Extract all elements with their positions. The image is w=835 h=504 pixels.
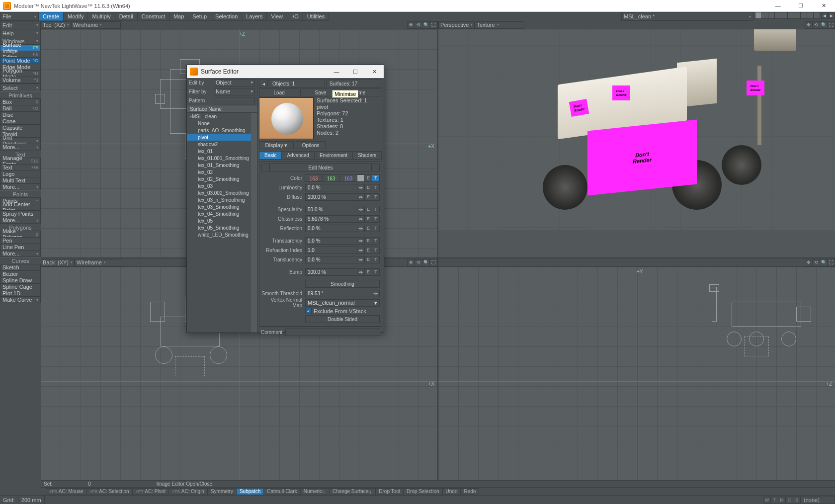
envelope-button[interactable]: E bbox=[364, 193, 372, 201]
mode-t[interactable]: T bbox=[770, 497, 778, 504]
viewport-perspective[interactable]: Perspective▾ Texture▾ ✥ ⟲ 🔍 ⛶ Don't Rend… bbox=[438, 21, 835, 257]
sidebar-item[interactable]: Ball+O bbox=[0, 105, 41, 112]
tree-item[interactable]: tex_01_Smoothing bbox=[187, 162, 251, 168]
image-editor-button[interactable]: Image EditorF6 bbox=[0, 51, 41, 58]
tab-layers[interactable]: Layers bbox=[242, 12, 267, 21]
tree-item[interactable]: tex_02_Smoothing bbox=[187, 175, 251, 182]
tree-item[interactable]: shadow2 bbox=[187, 141, 251, 148]
sidebar-item[interactable]: Text+W bbox=[0, 164, 41, 171]
texture-button[interactable]: T bbox=[372, 184, 380, 191]
texture-button[interactable]: T bbox=[372, 206, 380, 213]
move-icon[interactable]: ✥ bbox=[805, 259, 813, 266]
object-dropdown[interactable]: MSL_clean *▾ bbox=[621, 12, 753, 21]
texture-button[interactable]: T bbox=[372, 174, 380, 182]
sidebar-item[interactable]: Sketch bbox=[0, 264, 41, 271]
tree-item[interactable]: parts_AO_Smoothing bbox=[187, 127, 251, 134]
specularity-input[interactable]: 50.0 % bbox=[305, 206, 357, 213]
maximize-icon[interactable]: ⛶ bbox=[429, 21, 437, 29]
tab-utilities[interactable]: Utilities bbox=[303, 12, 329, 21]
smooth-threshold-input[interactable]: 89.53 ° bbox=[305, 290, 372, 297]
smoothing-button[interactable]: Smoothing bbox=[305, 280, 380, 288]
viewport-right[interactable]: ✥ ⟲ 🔍 ⛶ +Z +Y bbox=[438, 258, 835, 495]
sidebar-item[interactable]: Line Pen bbox=[0, 244, 41, 251]
close-button[interactable]: ✕ bbox=[812, 0, 835, 12]
color-input[interactable]: 163 163 163 bbox=[305, 174, 357, 182]
sidebar-item[interactable]: Pen bbox=[0, 237, 41, 244]
refraction-input[interactable]: 1.0 bbox=[305, 247, 357, 254]
color-swatch[interactable] bbox=[357, 174, 365, 182]
display-dropdown[interactable]: Display ▾ bbox=[259, 141, 294, 149]
spinner-icon[interactable]: ◂▸ bbox=[357, 225, 365, 232]
help-menu[interactable]: Help▾ bbox=[0, 29, 41, 37]
zoom-icon[interactable]: 🔍 bbox=[820, 21, 828, 29]
tab-environment[interactable]: Environment bbox=[314, 151, 353, 160]
double-sided-button[interactable]: Double Sided bbox=[305, 315, 380, 323]
polygon-mode-button[interactable]: Polygon Mode^H bbox=[0, 70, 41, 77]
sidebar-item[interactable]: Add Center Point bbox=[0, 204, 41, 211]
translucency-input[interactable]: 0.0 % bbox=[305, 256, 357, 263]
comment-input[interactable] bbox=[285, 329, 380, 336]
sidebar-item[interactable]: BoxX bbox=[0, 98, 41, 105]
sidebar-item[interactable]: Disc bbox=[0, 111, 41, 118]
sidebar-item[interactable]: Spray Points bbox=[0, 210, 41, 217]
cmd-drop-tool[interactable]: Drop Tool bbox=[375, 488, 404, 495]
vnmap-dropdown[interactable]: MSL_clean_normal▾ bbox=[305, 299, 380, 307]
layer-prev-icon[interactable]: ◂ bbox=[821, 12, 828, 19]
vp-view-dropdown[interactable]: Perspective▾ bbox=[438, 21, 475, 29]
sidebar-item[interactable]: Bezier bbox=[0, 270, 41, 277]
texture-button[interactable]: T bbox=[372, 215, 380, 223]
spinner-icon[interactable]: ◂▸ bbox=[372, 290, 380, 297]
texture-button[interactable]: T bbox=[372, 256, 380, 263]
mode-m[interactable]: M bbox=[778, 497, 786, 504]
sidebar-item[interactable]: Cone bbox=[0, 118, 41, 125]
cmd-ac-pivot[interactable]: +F7AC: Pivot bbox=[132, 488, 169, 495]
edit-nodes-checkbox[interactable] bbox=[261, 164, 269, 171]
sidebar-item[interactable]: More...▾ bbox=[0, 250, 41, 257]
edit-menu[interactable]: Edit▾ bbox=[0, 21, 41, 29]
tree-item[interactable]: tex_05 bbox=[187, 217, 251, 224]
tab-shaders[interactable]: Shaders bbox=[352, 151, 382, 160]
load-button[interactable]: Load bbox=[259, 88, 299, 96]
spinner-icon[interactable]: ◂▸ bbox=[357, 206, 365, 213]
tree-item[interactable]: white_LED_Smoothing bbox=[187, 231, 251, 238]
vp-view-dropdown[interactable]: Top (XZ)▾ bbox=[41, 21, 71, 29]
cmd-symmetry[interactable]: Symmetry bbox=[207, 488, 237, 495]
glossiness-input[interactable]: 9.6078 % bbox=[305, 215, 357, 223]
mode-w[interactable]: W bbox=[763, 497, 771, 504]
cmd-undo[interactable]: Undo bbox=[442, 488, 461, 495]
tree-item[interactable]: tex_03_Smoothing bbox=[187, 203, 251, 210]
tree-item[interactable]: None bbox=[187, 120, 251, 127]
envelope-button[interactable]: E bbox=[364, 215, 372, 223]
texture-button[interactable]: T bbox=[372, 237, 380, 245]
tab-create[interactable]: Create bbox=[38, 12, 64, 21]
texture-button[interactable]: T bbox=[372, 225, 380, 232]
minimize-button[interactable]: — bbox=[766, 0, 789, 12]
zoom-icon[interactable]: 🔍 bbox=[820, 259, 828, 266]
surface-editor-titlebar[interactable]: Surface Editor — ☐ ✕ bbox=[187, 65, 384, 78]
envelope-button[interactable]: E bbox=[364, 237, 372, 245]
sidebar-item[interactable]: Spline Cage bbox=[0, 283, 41, 290]
cmd-ac-mouse[interactable]: +F5AC: Mouse bbox=[46, 488, 86, 495]
tree-item[interactable]: tex_01.001_Smoothing bbox=[187, 155, 251, 162]
sidebar-item[interactable]: Multi Text bbox=[0, 177, 41, 184]
tab-construct[interactable]: Construct bbox=[137, 12, 169, 21]
maximize-icon[interactable]: ⛶ bbox=[429, 259, 437, 266]
maximize-icon[interactable]: ⛶ bbox=[827, 259, 835, 266]
bump-input[interactable]: 100.0 % bbox=[305, 268, 357, 276]
zoom-icon[interactable]: 🔍 bbox=[422, 21, 430, 29]
vp-shade-dropdown[interactable]: Wireframe▾ bbox=[71, 21, 121, 29]
reflection-input[interactable]: 0.0 % bbox=[305, 225, 357, 232]
pattern-input[interactable] bbox=[214, 97, 255, 104]
tab-modify[interactable]: Modify bbox=[63, 12, 88, 21]
tab-map[interactable]: Map bbox=[169, 12, 188, 21]
sidebar-item[interactable]: More...▾ bbox=[0, 183, 41, 190]
tree-item[interactable]: tex_05_Smoothing bbox=[187, 224, 251, 231]
options-button[interactable]: Options bbox=[296, 141, 326, 149]
cmd-ac-selection[interactable]: +F6AC: Selection bbox=[86, 488, 132, 495]
cmd-change-surface[interactable]: Change Surface q bbox=[329, 488, 376, 495]
move-icon[interactable]: ✥ bbox=[407, 259, 415, 266]
tab-io[interactable]: I/O bbox=[287, 12, 303, 21]
spinner-icon[interactable]: ◂▸ bbox=[357, 256, 365, 263]
spinner-icon[interactable]: ◂▸ bbox=[357, 215, 365, 223]
mode-c[interactable]: C bbox=[785, 497, 793, 504]
